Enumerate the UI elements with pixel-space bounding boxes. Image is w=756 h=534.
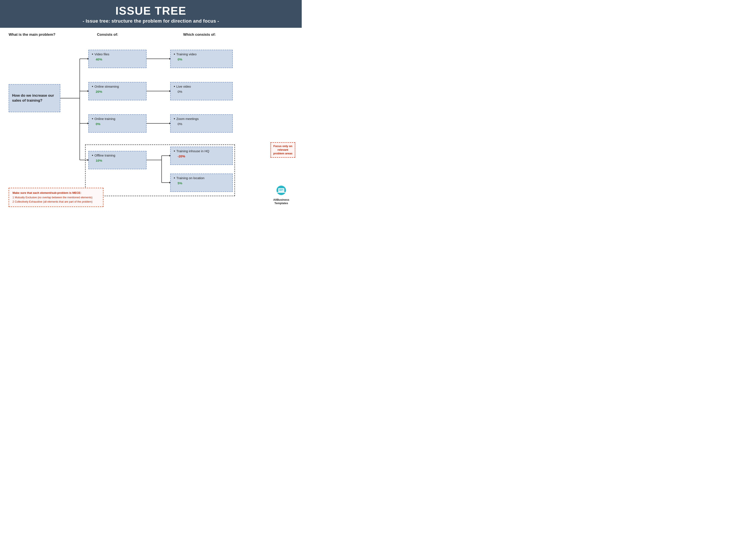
l2-box-1: • Video files 40% [88,50,147,68]
col-header-2: Consists of: [97,33,166,37]
bullet-icon: • [92,117,93,121]
l2-box-3: • Online training 0% [88,114,147,133]
bullet-icon: • [92,85,93,89]
mece-box: Make sure that each element/sub-problem … [9,188,103,207]
l2-pct-3: 0% [96,122,143,126]
logo-text: AllBusinessTemplates [269,198,293,205]
l3-pct-2: 0% [177,90,229,93]
l3-label-2: • Live video [174,85,229,89]
focus-note: Focus only on relevant problem areas [270,142,295,158]
main-problem-text: How do we increase our sales of training… [12,93,57,103]
bullet-icon: • [92,52,93,57]
mece-title: Make sure that each element/sub-problem … [13,191,99,195]
l2-pct-2: 20% [96,90,143,93]
l3-box-1: • Training video 0% [170,50,233,68]
l2-pct-1: 40% [96,58,143,61]
bullet-icon: • [174,117,175,121]
logo-area: AllBusinessTemplates [269,186,293,205]
mece-line2: 2 Collectively Exhaustive (all elements … [13,200,99,204]
l3-label-3: • Zoom meetings [174,117,229,121]
l3-box-3: • Zoom meetings 0% [170,114,233,133]
l2-box-2: • Online streaming 20% [88,82,147,100]
svg-rect-24 [279,189,284,191]
header: ISSUE TREE - Issue tree: structure the p… [0,0,302,28]
col-header-1: What is the main problem? [9,33,69,37]
l2-label-3: • Online training [92,117,143,121]
page-subtitle: - Issue tree: structure the problem for … [9,18,293,24]
l3-box-2: • Live video 0% [170,82,233,100]
logo-icon [275,186,288,196]
l3-label-1: • Training video [174,52,229,57]
l3-pct-3: 0% [177,122,229,126]
l3-pct-1: 0% [177,58,229,61]
page-title: ISSUE TREE [9,5,293,17]
main-problem-box: How do we increase our sales of training… [9,84,60,112]
column-headers: What is the main problem? Consists of: W… [7,33,295,37]
l2-label-1: • Video files [92,52,143,57]
main-content: What is the main problem? Consists of: W… [0,28,302,211]
diagram: How do we increase our sales of training… [7,39,295,207]
offline-area-rect [85,144,235,196]
mece-line1: 1 Mutually Exclusive (no overlap between… [13,195,99,200]
col-header-3: Which consists of: [183,33,256,37]
svg-rect-25 [277,192,285,193]
bullet-icon: • [174,52,175,57]
bullet-icon: • [174,85,175,89]
l2-label-2: • Online streaming [92,85,143,89]
